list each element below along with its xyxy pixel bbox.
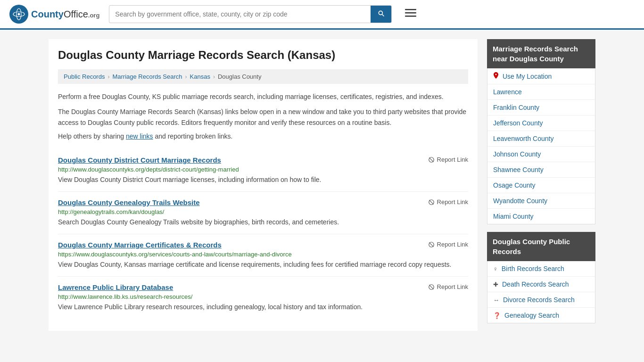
breadcrumb-kansas[interactable]: Kansas [190, 73, 210, 80]
record-desc-1: Search Douglas County Genealogy Trails w… [58, 217, 468, 227]
search-button[interactable] [371, 6, 391, 23]
report-link-1[interactable]: Report Link [428, 198, 468, 206]
breadcrumb-sep-1: › [107, 74, 109, 80]
nearby-label-jefferson: Jefferson County [493, 119, 543, 127]
svg-line-10 [429, 200, 433, 204]
nearby-list: Use My Location Lawrence Franklin County… [487, 68, 595, 224]
public-record-genealogy: ❓ Genealogy Search [487, 308, 595, 323]
logo-name: CountyOffice.org [31, 9, 99, 20]
sidebar: Marriage Records Search near Douglas Cou… [487, 39, 595, 331]
breadcrumb-sep-3: › [213, 74, 215, 80]
content-area: Douglas County Marriage Records Search (… [49, 39, 478, 331]
record-title-2[interactable]: Douglas County Marriage Certificates & R… [58, 241, 222, 249]
record-url-3: http://www.lawrence.lib.ks.us/research-r… [58, 293, 468, 300]
breadcrumb-current: Douglas County [218, 73, 262, 80]
logo-link[interactable]: CountyOffice.org [9, 5, 99, 24]
nearby-label-lawrence: Lawrence [493, 88, 522, 96]
page-title: Douglas County Marriage Records Search (… [58, 49, 468, 62]
svg-rect-6 [405, 16, 416, 17]
breadcrumb-marriage-records[interactable]: Marriage Records Search [112, 73, 182, 80]
record-item-2: Douglas County Marriage Certificates & R… [58, 234, 468, 277]
nearby-label-johnson: Johnson County [493, 150, 541, 158]
record-desc-3: View Lawrence Public Library research re… [58, 302, 468, 312]
nearby-use-location: Use My Location [487, 68, 595, 84]
record-item-1: Douglas County Genealogy Trails Website … [58, 192, 468, 234]
nearby-item-leavenworth: Leavenworth County [487, 131, 595, 147]
logo-icon [9, 5, 28, 24]
report-link-0[interactable]: Report Link [428, 156, 468, 163]
records-list: Douglas County District Court Marriage R… [58, 149, 468, 319]
record-desc-0: View Douglas County District Court marri… [58, 175, 468, 185]
nearby-item-franklin: Franklin County [487, 100, 595, 115]
location-pin-icon [493, 72, 499, 80]
record-item-0: Douglas County District Court Marriage R… [58, 149, 468, 192]
record-url-0: http://www.douglascountyks.org/depts/dis… [58, 166, 468, 173]
svg-rect-4 [405, 9, 416, 10]
svg-line-14 [429, 285, 433, 289]
record-desc-2: View Douglas County, Kansas marriage cer… [58, 260, 468, 270]
svg-rect-5 [405, 12, 416, 14]
divorce-records-label: Divorce Records Search [503, 296, 575, 304]
breadcrumb-sep-2: › [185, 74, 187, 80]
nearby-label-leavenworth: Leavenworth County [493, 135, 553, 142]
nearby-label-wyandotte: Wyandotte County [493, 197, 547, 205]
search-input[interactable] [109, 7, 371, 22]
genealogy-label: Genealogy Search [504, 312, 559, 319]
nearby-label-shawnee: Shawnee County [493, 166, 544, 173]
record-title-1[interactable]: Douglas County Genealogy Trails Website [58, 198, 200, 206]
help-text: Help others by sharing new links and rep… [58, 132, 468, 140]
search-bar [109, 5, 392, 23]
new-links-link[interactable]: new links [126, 132, 153, 140]
breadcrumb: Public Records › Marriage Records Search… [58, 69, 468, 84]
breadcrumb-public-records[interactable]: Public Records [64, 73, 105, 80]
nearby-item-shawnee: Shawnee County [487, 162, 595, 178]
report-link-3[interactable]: Report Link [428, 283, 468, 290]
public-records-header: Douglas County Public Records [487, 232, 595, 261]
nearby-item-wyandotte: Wyandotte County [487, 193, 595, 209]
intro-paragraph-1: Perform a free Douglas County, KS public… [58, 91, 468, 102]
birth-icon: ♀ [493, 265, 498, 272]
nearby-item-miami: Miami County [487, 209, 595, 224]
nearby-header: Marriage Records Search near Douglas Cou… [487, 39, 595, 68]
nearby-use-location-label: Use My Location [503, 73, 552, 80]
svg-line-8 [429, 157, 433, 162]
main-container: Douglas County Marriage Records Search (… [39, 30, 605, 340]
nearby-label-franklin: Franklin County [493, 104, 539, 111]
record-url-1: http://genealogytrails.com/kan/douglas/ [58, 208, 468, 215]
death-icon: ✚ [493, 281, 498, 288]
death-records-label: Death Records Search [502, 280, 569, 288]
nearby-item-johnson: Johnson County [487, 147, 595, 162]
nearby-label-osage: Osage County [493, 181, 536, 189]
nearby-item-lawrence: Lawrence [487, 84, 595, 100]
record-title-0[interactable]: Douglas County District Court Marriage R… [58, 156, 221, 164]
site-header: CountyOffice.org [0, 0, 644, 30]
nearby-section: Marriage Records Search near Douglas Cou… [487, 39, 595, 224]
public-records-list: ♀ Birth Records Search ✚ Death Records S… [487, 261, 595, 323]
intro-paragraph-2: The Douglas County Marriage Records Sear… [58, 107, 468, 128]
public-record-divorce: ↔ Divorce Records Search [487, 292, 595, 308]
nearby-item-jefferson: Jefferson County [487, 115, 595, 131]
public-record-birth: ♀ Birth Records Search [487, 261, 595, 277]
record-item-3: Lawrence Public Library Database Report … [58, 277, 468, 319]
report-link-2[interactable]: Report Link [428, 241, 468, 248]
genealogy-icon: ❓ [493, 312, 501, 319]
public-records-section: Douglas County Public Records ♀ Birth Re… [487, 232, 595, 323]
record-title-3[interactable]: Lawrence Public Library Database [58, 283, 173, 291]
menu-button[interactable] [401, 5, 420, 23]
record-url-2: https://www.douglascountyks.org/services… [58, 251, 468, 258]
nearby-item-osage: Osage County [487, 178, 595, 193]
birth-records-label: Birth Records Search [502, 265, 564, 272]
nearby-label-miami: Miami County [493, 213, 534, 220]
svg-point-3 [18, 13, 20, 16]
svg-line-12 [429, 242, 433, 247]
divorce-icon: ↔ [493, 296, 499, 304]
public-record-death: ✚ Death Records Search [487, 277, 595, 292]
